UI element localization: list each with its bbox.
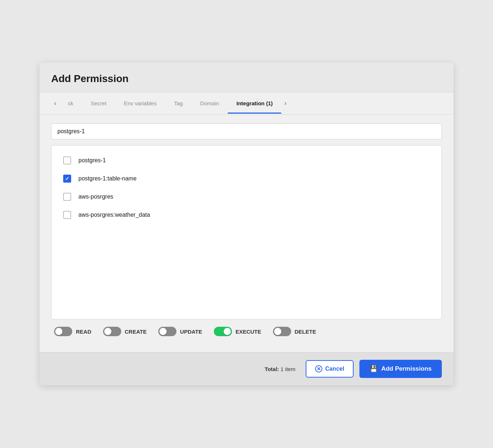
toggle-knob-execute bbox=[224, 328, 231, 335]
tab-integration[interactable]: Integration (1) bbox=[228, 93, 281, 114]
search-input[interactable] bbox=[51, 123, 442, 139]
checkbox-aws-posrgres-weather-data[interactable] bbox=[63, 211, 71, 219]
dialog-title: Add Permission bbox=[51, 73, 442, 85]
toggle-read[interactable] bbox=[54, 327, 72, 336]
tab-env-variables[interactable]: Env variables bbox=[115, 93, 165, 114]
toggle-label-delete: DELETE bbox=[295, 329, 316, 335]
toggle-label-execute: EXECUTE bbox=[236, 329, 261, 335]
toggle-label-create: CREATE bbox=[125, 329, 147, 335]
checkbox-postgres-1-table-name[interactable] bbox=[63, 175, 71, 183]
list-item: aws-posrgres:weather_data bbox=[60, 206, 433, 224]
dialog-header: Add Permission bbox=[40, 63, 453, 92]
list-item-label: postgres-1:table-name bbox=[78, 175, 137, 182]
toggle-knob-delete bbox=[274, 328, 281, 335]
tab-secret[interactable]: Secret bbox=[82, 93, 115, 114]
tab-domain[interactable]: Domain bbox=[192, 93, 228, 114]
list-item-label: postgres-1 bbox=[78, 157, 106, 164]
tab-tag[interactable]: Tag bbox=[165, 93, 191, 114]
toggle-knob-create bbox=[104, 328, 111, 335]
toggle-label-update: UPDATE bbox=[180, 329, 202, 335]
add-permissions-button[interactable]: 💾 Add Permissions bbox=[359, 360, 442, 378]
tabs-prev-arrow[interactable]: ‹ bbox=[51, 92, 59, 114]
list-item: aws-posrgres bbox=[60, 188, 433, 206]
tab-stack[interactable]: ck bbox=[59, 93, 82, 114]
cancel-icon: ✕ bbox=[315, 365, 322, 372]
total-count: Total: 1 item bbox=[265, 366, 296, 372]
dialog-body: postgres-1 postgres-1:table-name aws-pos… bbox=[40, 115, 453, 352]
tabs-next-arrow[interactable]: › bbox=[281, 92, 289, 114]
toggle-knob-read bbox=[55, 328, 62, 335]
list-item-label: aws-posrgres bbox=[78, 194, 113, 200]
cancel-button[interactable]: ✕ Cancel bbox=[306, 360, 354, 378]
checkbox-postgres-1[interactable] bbox=[63, 156, 71, 164]
permissions-toggles: READ CREATE UPDATE EXECUTE bbox=[51, 319, 442, 343]
toggle-update[interactable] bbox=[158, 327, 176, 336]
toggle-label-read: READ bbox=[76, 329, 91, 335]
toggle-group-execute: EXECUTE bbox=[214, 327, 261, 336]
list-item: postgres-1:table-name bbox=[60, 170, 433, 188]
toggle-knob-update bbox=[159, 328, 167, 335]
list-item-label: aws-posrgres:weather_data bbox=[78, 212, 150, 218]
toggle-group-delete: DELETE bbox=[273, 327, 316, 336]
dialog-footer: Total: 1 item ✕ Cancel 💾 Add Permissions bbox=[40, 352, 453, 385]
list-item: postgres-1 bbox=[60, 151, 433, 170]
toggle-group-read: READ bbox=[54, 327, 91, 336]
toggle-execute[interactable] bbox=[214, 327, 232, 336]
tabs-container: ‹ ck Secret Env variables Tag Domain Int… bbox=[40, 92, 453, 115]
save-icon: 💾 bbox=[370, 365, 378, 373]
add-permission-dialog: Add Permission ‹ ck Secret Env variables… bbox=[40, 63, 453, 385]
toggle-group-update: UPDATE bbox=[158, 327, 202, 336]
toggle-create[interactable] bbox=[103, 327, 121, 336]
integration-list: postgres-1 postgres-1:table-name aws-pos… bbox=[51, 145, 442, 319]
toggle-group-create: CREATE bbox=[103, 327, 147, 336]
checkbox-aws-posrgres[interactable] bbox=[63, 193, 71, 201]
toggle-delete[interactable] bbox=[273, 327, 291, 336]
